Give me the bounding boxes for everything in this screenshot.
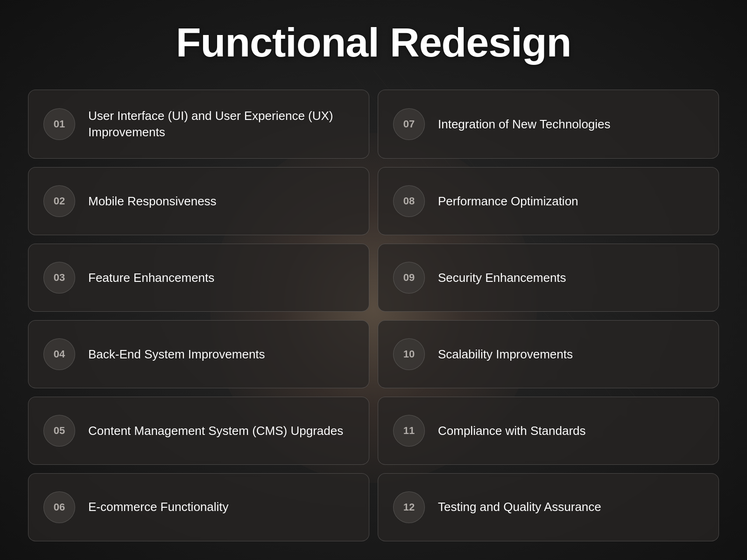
item-number-08: 08 (393, 185, 425, 217)
list-item: 02 Mobile Responsiveness (28, 167, 369, 235)
item-label-01: User Interface (UI) and User Experience … (88, 108, 354, 140)
list-item: 09 Security Enhancements (378, 244, 719, 312)
item-number-11: 11 (393, 415, 425, 447)
list-item: 12 Testing and Quality Assurance (378, 473, 719, 541)
item-label-08: Performance Optimization (438, 193, 578, 210)
item-number-03: 03 (43, 262, 75, 294)
list-item: 05 Content Management System (CMS) Upgra… (28, 397, 369, 465)
item-number-09: 09 (393, 262, 425, 294)
item-label-10: Scalability Improvements (438, 346, 573, 363)
item-number-02: 02 (43, 185, 75, 217)
item-label-03: Feature Enhancements (88, 270, 214, 286)
item-label-05: Content Management System (CMS) Upgrades (88, 423, 343, 439)
item-number-01: 01 (43, 108, 75, 140)
item-number-04: 04 (43, 338, 75, 370)
list-item: 07 Integration of New Technologies (378, 90, 719, 159)
main-container: Functional Redesign 01 User Interface (U… (0, 0, 747, 560)
list-item: 03 Feature Enhancements (28, 244, 369, 312)
item-label-11: Compliance with Standards (438, 423, 586, 439)
item-label-07: Integration of New Technologies (438, 116, 611, 133)
list-item: 06 E-commerce Functionality (28, 473, 369, 541)
item-number-05: 05 (43, 415, 75, 447)
item-number-07: 07 (393, 108, 425, 140)
list-item: 01 User Interface (UI) and User Experien… (28, 90, 369, 159)
item-label-04: Back-End System Improvements (88, 346, 265, 363)
list-item: 11 Compliance with Standards (378, 397, 719, 465)
item-label-06: E-commerce Functionality (88, 499, 229, 515)
item-number-12: 12 (393, 491, 425, 523)
list-item: 04 Back-End System Improvements (28, 320, 369, 388)
item-number-10: 10 (393, 338, 425, 370)
list-item: 08 Performance Optimization (378, 167, 719, 235)
item-label-12: Testing and Quality Assurance (438, 499, 601, 515)
list-item: 10 Scalability Improvements (378, 320, 719, 388)
item-label-09: Security Enhancements (438, 270, 566, 286)
item-label-02: Mobile Responsiveness (88, 193, 217, 210)
page-title: Functional Redesign (28, 19, 719, 66)
items-grid: 01 User Interface (UI) and User Experien… (28, 90, 719, 541)
item-number-06: 06 (43, 491, 75, 523)
